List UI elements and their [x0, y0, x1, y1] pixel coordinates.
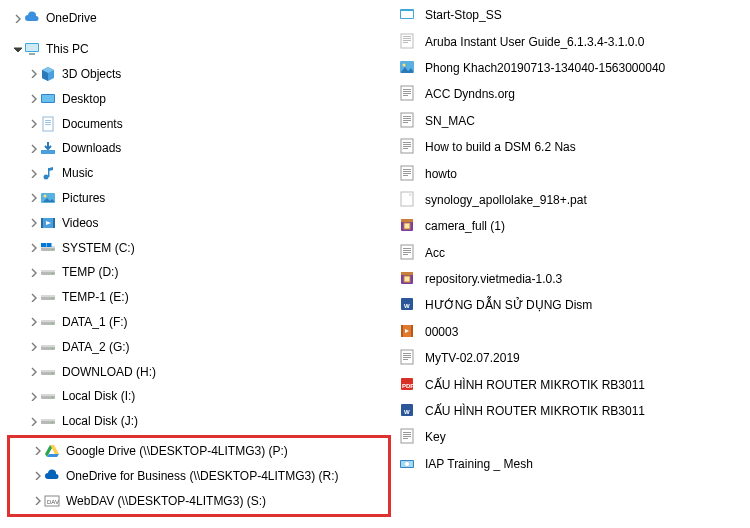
tree-item-thispc[interactable]: This PC	[6, 37, 395, 62]
file-item[interactable]: Acc	[399, 240, 750, 266]
chevron-right-icon[interactable]	[30, 463, 44, 488]
file-icon	[399, 191, 417, 209]
tree-item[interactable]: TEMP-1 (E:)	[6, 285, 395, 310]
file-item[interactable]: HƯỚNG DẪN SỬ DỤNG Dism	[399, 292, 750, 318]
file-item[interactable]: SN_MAC	[399, 108, 750, 134]
chevron-right-icon[interactable]	[26, 186, 40, 211]
text-file-icon	[399, 138, 417, 156]
tree-item-network[interactable]: Google Drive (\\DESKTOP-4LITMG3) (P:)	[10, 439, 388, 464]
file-name: SN_MAC	[425, 114, 475, 128]
tree-item[interactable]: TEMP (D:)	[6, 260, 395, 285]
tree-label: DATA_1 (F:)	[62, 315, 128, 329]
cube-icon	[40, 66, 56, 82]
drive-icon	[40, 364, 56, 380]
file-item[interactable]: synology_apollolake_918+.pat	[399, 187, 750, 213]
file-name: camera_full (1)	[425, 219, 505, 233]
file-name: CẤU HÌNH ROUTER MIKROTIK RB3011	[425, 378, 645, 392]
chevron-right-icon[interactable]	[26, 62, 40, 87]
file-item[interactable]: How to build a DSM 6.2 Nas	[399, 134, 750, 160]
file-name: Aruba Instant User Guide_6.1.3.4-3.1.0.0	[425, 35, 644, 49]
text-file-icon	[399, 85, 417, 103]
file-list: Start-Stop_SSAruba Instant User Guide_6.…	[395, 0, 750, 528]
file-name: Key	[425, 430, 446, 444]
file-name: MyTV-02.07.2019	[425, 351, 520, 365]
tree-item[interactable]: DOWNLOAD (H:)	[6, 359, 395, 384]
file-name: synology_apollolake_918+.pat	[425, 193, 587, 207]
chevron-right-icon[interactable]	[26, 111, 40, 136]
drive-icon	[40, 264, 56, 280]
chevron-right-icon[interactable]	[26, 86, 40, 111]
word-file-icon	[399, 296, 417, 314]
file-item[interactable]: IAP Training _ Mesh	[399, 451, 750, 477]
chevron-right-icon[interactable]	[26, 409, 40, 434]
tree-label: TEMP-1 (E:)	[62, 290, 129, 304]
file-item[interactable]: repository.vietmedia-1.0.3	[399, 266, 750, 292]
file-name: Start-Stop_SS	[425, 8, 502, 22]
application-icon	[399, 6, 417, 24]
tree-item[interactable]: DATA_1 (F:)	[6, 310, 395, 335]
drive-icon	[40, 289, 56, 305]
tree-label: OneDrive	[46, 11, 97, 25]
tree-item[interactable]: SYSTEM (C:)	[6, 235, 395, 260]
file-item[interactable]: Aruba Instant User Guide_6.1.3.4-3.1.0.0	[399, 28, 750, 54]
chevron-right-icon[interactable]	[26, 334, 40, 359]
tree-item[interactable]: Videos	[6, 210, 395, 235]
file-name: IAP Training _ Mesh	[425, 457, 533, 471]
tree-item-network[interactable]: OneDrive for Business (\\DESKTOP-4LITMG3…	[10, 463, 388, 488]
file-item[interactable]: camera_full (1)	[399, 213, 750, 239]
video-icon	[40, 215, 56, 231]
file-item[interactable]: howto	[399, 160, 750, 186]
tree-item[interactable]: Local Disk (I:)	[6, 384, 395, 409]
file-name: ACC Dyndns.org	[425, 87, 515, 101]
file-item[interactable]: CẤU HÌNH ROUTER MIKROTIK RB3011	[399, 371, 750, 397]
file-item[interactable]: Start-Stop_SS	[399, 2, 750, 28]
music-icon	[40, 165, 56, 181]
tree-item[interactable]: Local Disk (J:)	[6, 409, 395, 434]
chevron-right-icon[interactable]	[26, 310, 40, 335]
chevron-right-icon[interactable]	[30, 439, 44, 464]
chevron-down-icon[interactable]	[10, 37, 24, 62]
chevron-right-icon[interactable]	[26, 235, 40, 260]
chevron-right-icon[interactable]	[26, 260, 40, 285]
application-icon	[399, 455, 417, 473]
file-item[interactable]: 00003	[399, 319, 750, 345]
navigation-tree: OneDrive This PC 3D ObjectsDesktopDocume…	[0, 0, 395, 528]
tree-label: Pictures	[62, 191, 105, 205]
chevron-right-icon[interactable]	[26, 136, 40, 161]
chevron-right-icon[interactable]	[26, 210, 40, 235]
monitor-icon	[24, 41, 40, 57]
tree-item[interactable]: Pictures	[6, 186, 395, 211]
file-name: HƯỚNG DẪN SỬ DỤNG Dism	[425, 298, 592, 312]
chevron-right-icon[interactable]	[26, 359, 40, 384]
tree-item[interactable]: Desktop	[6, 86, 395, 111]
video-file-icon	[399, 323, 417, 341]
file-item[interactable]: MyTV-02.07.2019	[399, 345, 750, 371]
file-item[interactable]: Key	[399, 424, 750, 450]
file-item[interactable]: ACC Dyndns.org	[399, 81, 750, 107]
file-item[interactable]: Phong Khach20190713-134040-1563000040	[399, 55, 750, 81]
text-file-icon	[399, 33, 417, 51]
chevron-right-icon[interactable]	[10, 6, 24, 31]
chevron-right-icon[interactable]	[26, 285, 40, 310]
document-icon	[40, 116, 56, 132]
tree-label: Local Disk (J:)	[62, 414, 138, 428]
tree-item[interactable]: Downloads	[6, 136, 395, 161]
drive-icon	[40, 413, 56, 429]
tree-label: Videos	[62, 216, 98, 230]
tree-item[interactable]: 3D Objects	[6, 62, 395, 87]
system-drive-icon	[40, 240, 56, 256]
webdav-icon	[44, 493, 60, 509]
tree-label: Local Disk (I:)	[62, 389, 135, 403]
chevron-right-icon[interactable]	[26, 161, 40, 186]
tree-label: WebDAV (\\DESKTOP-4LITMG3) (S:)	[66, 494, 266, 508]
chevron-right-icon[interactable]	[26, 384, 40, 409]
tree-item-network[interactable]: WebDAV (\\DESKTOP-4LITMG3) (S:)	[10, 488, 388, 513]
tree-label: Desktop	[62, 92, 106, 106]
tree-item[interactable]: DATA_2 (G:)	[6, 334, 395, 359]
chevron-right-icon[interactable]	[30, 488, 44, 513]
tree-item[interactable]: Music	[6, 161, 395, 186]
file-item[interactable]: CẤU HÌNH ROUTER MIKROTIK RB3011	[399, 398, 750, 424]
google-drive-icon	[44, 443, 60, 459]
tree-item-onedrive[interactable]: OneDrive	[6, 6, 395, 31]
tree-item[interactable]: Documents	[6, 111, 395, 136]
